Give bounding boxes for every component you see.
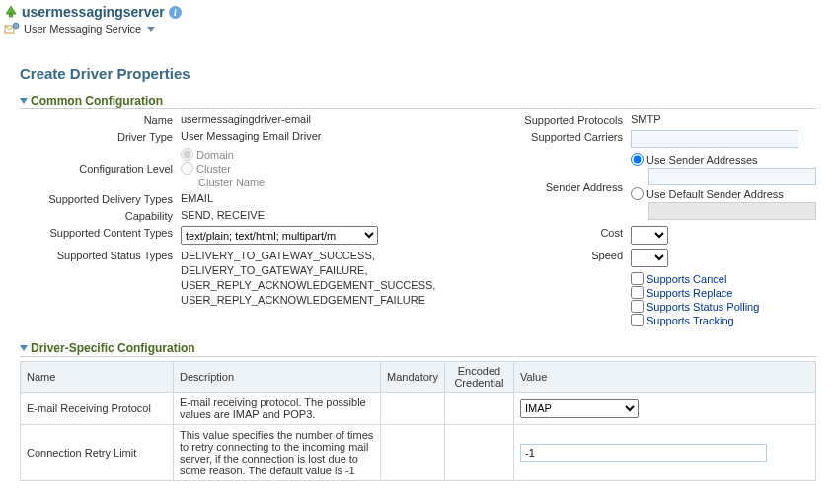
capability-value: SEND, RECEIVE [181,209,435,221]
server-name: usermessagingserver [22,4,165,20]
sender-addresses-input[interactable] [648,168,816,185]
default-sender-input [648,202,816,220]
supports-replace-checkbox[interactable] [631,286,644,299]
config-level-domain-radio[interactable] [181,148,193,161]
name-label: Name [20,113,173,126]
config-level-label: Configuration Level [20,162,173,175]
disclosure-icon[interactable] [20,345,28,351]
section-driver-title: Driver-Specific Configuration [31,341,195,355]
sender-address-label: Sender Address [494,180,623,193]
col-description: Description [174,362,381,393]
info-icon[interactable]: i [169,6,182,19]
supports-cancel-label: Supports Cancel [646,273,726,285]
col-encoded: Encoded Credential [444,362,513,393]
supported-delivery-value: EMAIL [181,192,435,204]
config-level-cluster-label: Cluster [196,163,231,175]
row-name: Connection Retry Limit [21,425,174,481]
row-mandatory [381,425,445,481]
cluster-name-label: Cluster Name [198,177,265,188]
supported-content-select[interactable]: text/plain; text/html; multipart/m [181,226,378,245]
supported-protocols-label: Supported Protocols [494,113,623,126]
supports-replace-label: Supports Replace [646,287,732,299]
supports-status-polling-label: Supports Status Polling [646,301,759,313]
supports-cancel-checkbox[interactable] [631,272,644,285]
table-row: E-mail Receiving Protocol E-mail receivi… [21,393,816,425]
driver-config-table: Name Description Mandatory Encoded Crede… [20,361,816,481]
supported-status-value: DELIVERY_TO_GATEWAY_SUCCESS, DELIVERY_TO… [181,249,435,307]
col-name: Name [21,362,174,393]
config-level-cluster-radio[interactable] [181,162,193,175]
messaging-service-icon [4,22,20,36]
supported-status-label: Supported Status Types [20,249,173,261]
section-common-title: Common Configuration [31,94,163,108]
cost-select[interactable] [631,226,668,245]
server-up-icon [4,5,18,19]
row-name: E-mail Receiving Protocol [21,393,174,425]
speed-select[interactable] [631,249,668,267]
svg-point-3 [13,23,19,29]
disclosure-icon[interactable] [20,98,28,104]
capability-label: Capability [20,209,173,222]
service-menu-label[interactable]: User Messaging Service [24,23,141,35]
row-value: IMAP [513,393,815,425]
speed-label: Speed [494,249,623,261]
use-default-sender-label: Use Default Sender Address [646,188,784,200]
supports-tracking-checkbox[interactable] [631,314,644,326]
email-protocol-select[interactable]: IMAP [520,399,639,418]
row-value [513,425,815,481]
svg-rect-1 [9,14,13,17]
row-mandatory [381,393,445,425]
name-value: usermessagingdriver-email [181,113,435,125]
supports-tracking-label: Supports Tracking [646,315,734,326]
svg-marker-0 [6,6,16,14]
chevron-down-icon[interactable] [147,27,155,32]
col-mandatory: Mandatory [381,362,445,393]
use-default-sender-radio[interactable] [631,187,644,200]
connection-retry-input[interactable] [520,444,767,462]
supported-content-label: Supported Content Types [20,226,173,239]
col-value: Value [513,362,815,393]
cost-label: Cost [494,226,623,239]
row-desc: E-mail receiving protocol. The possible … [174,393,381,425]
use-sender-addresses-label: Use Sender Addresses [646,154,758,166]
use-sender-addresses-radio[interactable] [631,153,644,166]
supported-carriers-input[interactable] [631,130,798,148]
config-level-domain-label: Domain [196,149,234,161]
supported-delivery-label: Supported Delivery Types [20,192,173,205]
supported-protocols-value: SMTP [631,113,816,125]
driver-type-value: User Messaging Email Driver [181,130,435,142]
driver-type-label: Driver Type [20,130,173,143]
table-row: Connection Retry Limit This value specif… [21,425,816,481]
supports-status-polling-checkbox[interactable] [631,300,644,313]
supported-carriers-label: Supported Carriers [494,130,623,143]
page-title: Create Driver Properties [20,65,816,84]
row-encoded [444,425,513,481]
row-desc: This value specifies the number of times… [174,425,381,481]
row-encoded [444,393,513,425]
